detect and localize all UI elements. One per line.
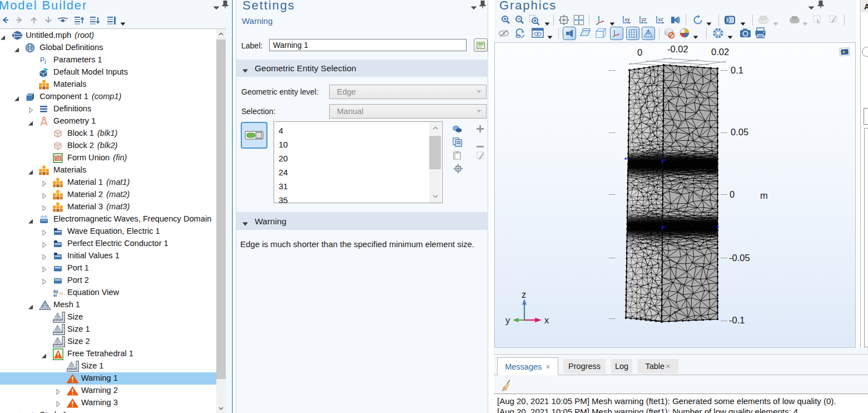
svg-text:z: z [522, 289, 526, 299]
svg-text:xz: xz [658, 17, 664, 22]
svg-text:yz: yz [642, 17, 647, 22]
svg-text:i: i [44, 59, 46, 65]
svg-text:au: au [53, 289, 58, 293]
svg-text:=f: =f [58, 291, 63, 296]
svg-text:at: at [53, 293, 57, 297]
svg-text:x: x [544, 315, 549, 325]
svg-text:xy: xy [625, 17, 631, 22]
svg-text:y: y [505, 315, 510, 325]
svg-text:P: P [40, 56, 44, 64]
